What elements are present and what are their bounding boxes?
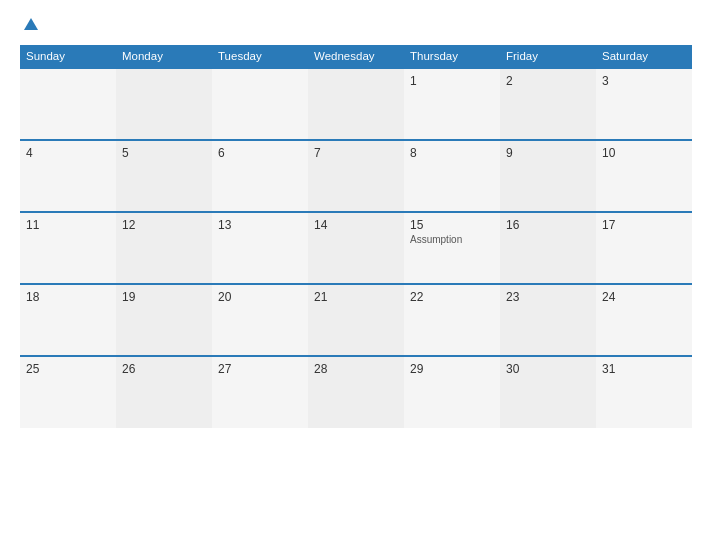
calendar-cell: 26	[116, 356, 212, 428]
day-number: 11	[26, 218, 110, 232]
day-number: 19	[122, 290, 206, 304]
day-number: 10	[602, 146, 686, 160]
weekday-header-friday: Friday	[500, 45, 596, 68]
calendar-cell: 18	[20, 284, 116, 356]
day-number: 21	[314, 290, 398, 304]
day-number: 24	[602, 290, 686, 304]
weekday-header-row: SundayMondayTuesdayWednesdayThursdayFrid…	[20, 45, 692, 68]
day-number: 31	[602, 362, 686, 376]
calendar-cell: 15Assumption	[404, 212, 500, 284]
calendar-cell: 22	[404, 284, 500, 356]
day-number: 16	[506, 218, 590, 232]
weekday-header-wednesday: Wednesday	[308, 45, 404, 68]
day-number: 5	[122, 146, 206, 160]
weekday-header-saturday: Saturday	[596, 45, 692, 68]
calendar-cell: 1	[404, 68, 500, 140]
calendar-table: SundayMondayTuesdayWednesdayThursdayFrid…	[20, 45, 692, 428]
calendar-cell: 28	[308, 356, 404, 428]
header	[20, 18, 692, 31]
calendar-cell: 27	[212, 356, 308, 428]
day-number: 29	[410, 362, 494, 376]
calendar-cell: 13	[212, 212, 308, 284]
day-number: 27	[218, 362, 302, 376]
page: SundayMondayTuesdayWednesdayThursdayFrid…	[0, 0, 712, 550]
logo	[20, 18, 38, 31]
day-number: 8	[410, 146, 494, 160]
day-number: 4	[26, 146, 110, 160]
calendar-cell: 29	[404, 356, 500, 428]
calendar-cell: 20	[212, 284, 308, 356]
day-number: 26	[122, 362, 206, 376]
calendar-cell: 14	[308, 212, 404, 284]
calendar-cell: 21	[308, 284, 404, 356]
calendar-cell: 16	[500, 212, 596, 284]
calendar-cell: 25	[20, 356, 116, 428]
day-number: 12	[122, 218, 206, 232]
calendar-cell: 3	[596, 68, 692, 140]
day-number: 2	[506, 74, 590, 88]
holiday-label: Assumption	[410, 234, 494, 245]
day-number: 20	[218, 290, 302, 304]
calendar-cell: 5	[116, 140, 212, 212]
day-number: 7	[314, 146, 398, 160]
calendar-cell: 30	[500, 356, 596, 428]
calendar-week-row: 1112131415Assumption1617	[20, 212, 692, 284]
calendar-cell: 10	[596, 140, 692, 212]
calendar-week-row: 45678910	[20, 140, 692, 212]
day-number: 15	[410, 218, 494, 232]
calendar-cell	[308, 68, 404, 140]
logo-triangle-icon	[24, 18, 38, 30]
day-number: 17	[602, 218, 686, 232]
calendar-week-row: 25262728293031	[20, 356, 692, 428]
day-number: 22	[410, 290, 494, 304]
calendar-cell: 7	[308, 140, 404, 212]
calendar-cell: 19	[116, 284, 212, 356]
calendar-cell: 17	[596, 212, 692, 284]
day-number: 25	[26, 362, 110, 376]
weekday-header-thursday: Thursday	[404, 45, 500, 68]
calendar-week-row: 18192021222324	[20, 284, 692, 356]
day-number: 30	[506, 362, 590, 376]
day-number: 23	[506, 290, 590, 304]
logo-blue-row	[20, 18, 38, 31]
day-number: 3	[602, 74, 686, 88]
calendar-cell: 6	[212, 140, 308, 212]
calendar-cell: 12	[116, 212, 212, 284]
calendar-cell: 8	[404, 140, 500, 212]
weekday-header-monday: Monday	[116, 45, 212, 68]
calendar-cell: 2	[500, 68, 596, 140]
weekday-header-sunday: Sunday	[20, 45, 116, 68]
calendar-cell: 31	[596, 356, 692, 428]
calendar-cell	[116, 68, 212, 140]
day-number: 6	[218, 146, 302, 160]
day-number: 18	[26, 290, 110, 304]
weekday-header-tuesday: Tuesday	[212, 45, 308, 68]
day-number: 9	[506, 146, 590, 160]
day-number: 14	[314, 218, 398, 232]
calendar-cell	[212, 68, 308, 140]
calendar-cell: 9	[500, 140, 596, 212]
day-number: 1	[410, 74, 494, 88]
calendar-cell: 24	[596, 284, 692, 356]
calendar-cell: 11	[20, 212, 116, 284]
day-number: 13	[218, 218, 302, 232]
calendar-week-row: 123	[20, 68, 692, 140]
day-number: 28	[314, 362, 398, 376]
calendar-cell: 23	[500, 284, 596, 356]
calendar-cell: 4	[20, 140, 116, 212]
calendar-cell	[20, 68, 116, 140]
